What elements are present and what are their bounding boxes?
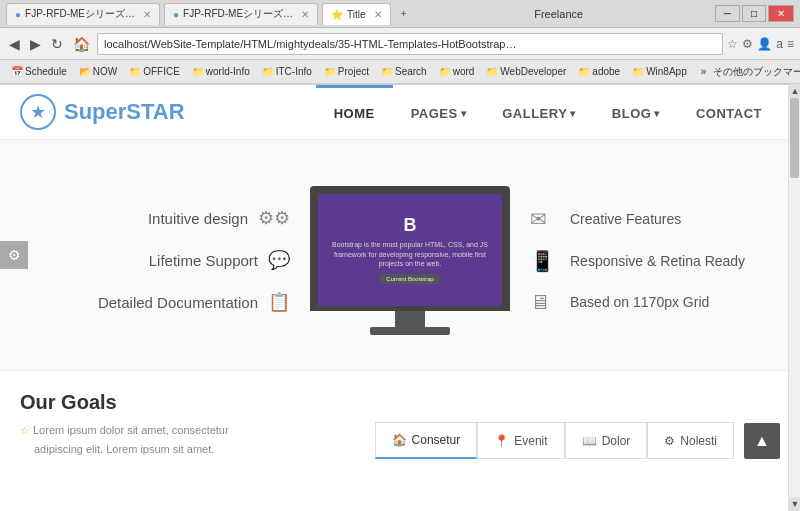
logo: ★ SuperSTAR xyxy=(20,94,185,130)
goals-tab-dolor[interactable]: 📖 Dolor xyxy=(565,422,648,459)
intuitive-icon: ⚙⚙ xyxy=(258,207,290,229)
monitor-display: B Bootstrap is the most popular HTML, CS… xyxy=(290,186,530,335)
gear-sidebar-btn[interactable]: ⚙ xyxy=(0,241,28,269)
features-left: Intuitive design ⚙⚙ Lifetime Support 💬 D… xyxy=(10,207,290,313)
nav-gallery[interactable]: GALLERY▾ xyxy=(484,85,594,140)
docs-label: Detailed Documentation xyxy=(98,294,258,311)
support-label: Lifetime Support xyxy=(149,252,258,269)
bm-adobe[interactable]: 📁 adobe xyxy=(573,65,625,78)
tab-1[interactable]: ● FJP-RFD-MEシリーズ【崇… ✕ xyxy=(6,3,160,25)
url-input[interactable] xyxy=(97,33,723,55)
support-icon: 💬 xyxy=(268,249,290,271)
bm-now[interactable]: 📂 NOW xyxy=(74,65,122,78)
tab-2-close[interactable]: ✕ xyxy=(301,9,309,20)
scroll-thumb[interactable] xyxy=(790,98,799,178)
bm-win8app[interactable]: 📁 Win8App xyxy=(627,65,692,78)
goals-tabs: 🏠 Consetur 📍 Evenit 📖 Dolor ⚙ Nolesti xyxy=(375,422,734,459)
goals-tab-consetur[interactable]: 🏠 Consetur xyxy=(375,422,478,459)
creative-label: Creative Features xyxy=(570,211,681,227)
bm-more[interactable]: » xyxy=(696,65,712,78)
tab-2[interactable]: ● FJP-RFD-MEシリーズ【崇… ✕ xyxy=(164,3,318,25)
addr-icons: ☆ ⚙ 👤 a ≡ xyxy=(727,37,794,51)
new-tab-btn[interactable]: + xyxy=(401,8,407,19)
tab-gear-icon: ⚙ xyxy=(664,434,675,448)
bookmark-star-icon[interactable]: ☆ xyxy=(727,37,738,51)
monitor-base xyxy=(370,327,450,335)
hero-section: ⚙ Intuitive design ⚙⚙ Lifetime Support 💬… xyxy=(0,140,800,370)
address-bar: ◀ ▶ ↻ 🏠 ☆ ⚙ 👤 a ≡ xyxy=(0,28,800,60)
goals-section: Our Goals ☆ Lorem ipsum dolor sit amet, … xyxy=(0,370,800,470)
home-btn[interactable]: 🏠 xyxy=(70,36,93,52)
goals-content: ☆ Lorem ipsum dolor sit amet, consectetu… xyxy=(20,422,780,459)
monitor-screen: B Bootstrap is the most popular HTML, CS… xyxy=(310,186,510,311)
close-btn[interactable]: ✕ xyxy=(768,5,794,22)
screen-text: Bootstrap is the most popular HTML, CSS,… xyxy=(326,240,494,269)
minimize-btn[interactable]: ─ xyxy=(715,5,740,22)
retina-label: Responsive & Retina Ready xyxy=(570,253,745,269)
screen-letter: B xyxy=(404,215,417,236)
scrollbar: ▲ ▼ xyxy=(788,84,800,511)
bm-office[interactable]: 📁 OFFICE xyxy=(124,65,185,78)
nav-contact[interactable]: CONTACT xyxy=(678,85,780,140)
tab-book-icon: 📖 xyxy=(582,434,597,448)
amazon-icon[interactable]: a xyxy=(776,37,783,51)
maximize-btn[interactable]: □ xyxy=(742,5,766,22)
feature-support: Lifetime Support 💬 xyxy=(40,249,290,271)
grid-label: Based on 1170px Grid xyxy=(570,294,709,310)
goals-star-icon: ☆ xyxy=(20,423,29,438)
tab-3-active[interactable]: ⭐ Title ✕ xyxy=(322,3,391,25)
bm-search[interactable]: 📁 Search xyxy=(376,65,432,78)
scroll-track xyxy=(789,98,800,497)
intuitive-label: Intuitive design xyxy=(148,210,248,227)
docs-icon: 📋 xyxy=(268,291,290,313)
retina-icon: 📱 xyxy=(530,249,560,273)
bookmarks-bar: 📅 Schedule 📂 NOW 📁 OFFICE 📁 world-Info 📁… xyxy=(0,60,800,84)
forward-btn[interactable]: ▶ xyxy=(27,36,44,52)
goals-tab-nolesti[interactable]: ⚙ Nolesti xyxy=(647,422,734,459)
feature-docs: Detailed Documentation 📋 xyxy=(40,291,290,313)
feature-intuitive: Intuitive design ⚙⚙ xyxy=(40,207,290,229)
extra-icon[interactable]: ≡ xyxy=(787,37,794,51)
user-icon[interactable]: 👤 xyxy=(757,37,772,51)
tab-1-close[interactable]: ✕ xyxy=(143,9,151,20)
logo-star-icon: ★ xyxy=(20,94,56,130)
monitor-neck xyxy=(395,311,425,327)
blog-arrow-icon: ▾ xyxy=(654,108,660,119)
scroll-down-btn[interactable]: ▼ xyxy=(789,497,800,511)
scroll-top-btn[interactable]: ▲ xyxy=(744,423,780,459)
feature-creative: ✉ Creative Features xyxy=(530,207,770,231)
feature-retina: 📱 Responsive & Retina Ready xyxy=(530,249,770,273)
settings-icon[interactable]: ⚙ xyxy=(742,37,753,51)
nav-home[interactable]: HOME xyxy=(316,85,393,140)
nav-links: HOME PAGES▾ GALLERY▾ BLOG▾ CONTACT xyxy=(316,85,780,140)
goals-title: Our Goals xyxy=(20,391,780,414)
site-content: ★ SuperSTAR HOME PAGES▾ GALLERY▾ BLOG▾ C… xyxy=(0,85,800,511)
current-bootstrap-btn[interactable]: Current Bootstrap xyxy=(380,274,439,284)
goals-text: ☆ Lorem ipsum dolor sit amet, consectetu… xyxy=(20,422,355,457)
bm-word[interactable]: 📁 word xyxy=(434,65,480,78)
title-bar: ● FJP-RFD-MEシリーズ【崇… ✕ ● FJP-RFD-MEシリーズ【崇… xyxy=(0,0,800,28)
tab-home-icon: 🏠 xyxy=(392,433,407,447)
site-nav: ★ SuperSTAR HOME PAGES▾ GALLERY▾ BLOG▾ C… xyxy=(0,85,800,140)
bm-worldinfo[interactable]: 📁 world-Info xyxy=(187,65,255,78)
pages-arrow-icon: ▾ xyxy=(461,108,467,119)
bm-schedule[interactable]: 📅 Schedule xyxy=(6,65,72,78)
nav-pages[interactable]: PAGES▾ xyxy=(393,85,485,140)
nav-blog[interactable]: BLOG▾ xyxy=(594,85,678,140)
feature-grid: 🖥 Based on 1170px Grid xyxy=(530,291,770,314)
bm-itcinfo[interactable]: 📁 ITC-Info xyxy=(257,65,317,78)
creative-icon: ✉ xyxy=(530,207,560,231)
reload-btn[interactable]: ↻ xyxy=(48,36,66,52)
scroll-up-btn[interactable]: ▲ xyxy=(789,84,800,98)
bm-project[interactable]: 📁 Project xyxy=(319,65,374,78)
bm-extra[interactable]: その他のブックマーク xyxy=(713,65,800,79)
tab-3-close[interactable]: ✕ xyxy=(374,9,382,20)
grid-icon: 🖥 xyxy=(530,291,560,314)
bm-webdev[interactable]: 📁 WebDeveloper xyxy=(481,65,571,78)
gallery-arrow-icon: ▾ xyxy=(570,108,576,119)
goals-tab-evenit[interactable]: 📍 Evenit xyxy=(477,422,564,459)
window-controls: ─ □ ✕ xyxy=(715,5,794,22)
features-right: ✉ Creative Features 📱 Responsive & Retin… xyxy=(530,207,790,314)
tab-location-icon: 📍 xyxy=(494,434,509,448)
back-btn[interactable]: ◀ xyxy=(6,36,23,52)
